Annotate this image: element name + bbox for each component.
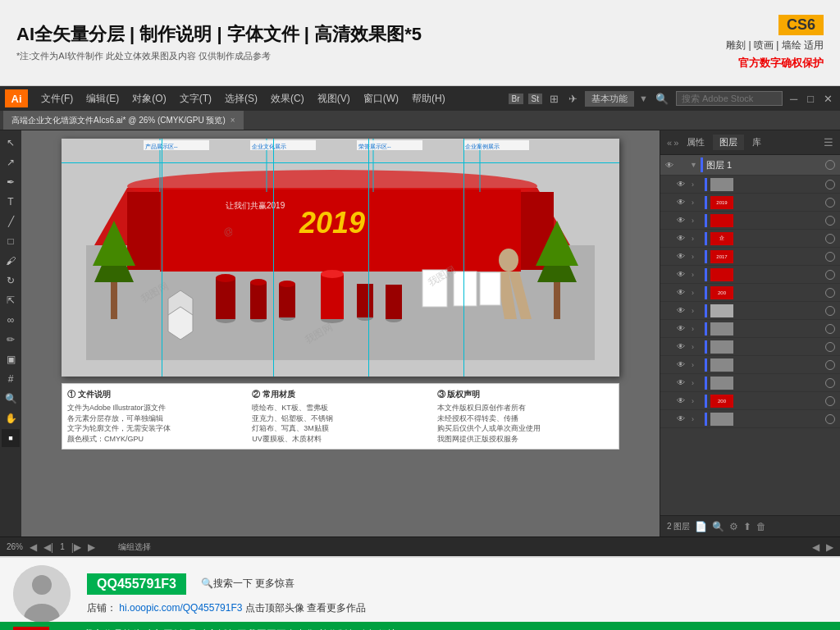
author-avatar[interactable] [13,565,71,623]
minimize-icon[interactable]: ─ [788,93,800,105]
mesh-tool[interactable]: # [2,370,20,388]
layer-target-circle[interactable] [825,216,835,226]
menu-view[interactable]: 视图(V) [311,90,357,107]
layer-eye-icon[interactable]: 👁 [677,288,688,297]
last-page-icon[interactable]: |▶ [71,541,81,553]
close-tab-button[interactable]: × [231,116,235,125]
store-link[interactable]: hi.ooopic.com/QQ455791F3 [119,602,242,614]
layer-item[interactable]: 👁 › [660,176,840,194]
send-icon[interactable]: ✈ [566,93,580,105]
layer-eye-icon[interactable]: 👁 [677,252,688,261]
line-tool[interactable]: ╱ [2,212,20,231]
layer-item[interactable]: 👁 › [660,374,840,392]
layer-expand-arrow[interactable]: › [692,397,701,405]
layer-target-circle[interactable] [825,306,835,316]
dropdown-arrow-icon[interactable]: ▼ [639,94,648,103]
layer-eye-icon[interactable]: 👁 [677,414,688,423]
layer-target-circle[interactable] [825,180,835,189]
layer-target-circle[interactable] [825,324,835,334]
menu-file[interactable]: 文件(F) [34,90,80,107]
blend-tool[interactable]: ∞ [2,311,20,329]
active-document-tab[interactable]: 高端企业文化墙源文件AIcs6.ai* @ 26% (CMYK/GPU 预览) … [3,111,244,130]
adobe-stock-search[interactable] [676,91,783,106]
layer-eye-icon[interactable]: 👁 [677,234,688,243]
layer-eye-icon[interactable]: 👁 [677,324,688,333]
search-layer-icon[interactable]: 🔍 [712,521,724,532]
layer-item[interactable]: 👁 › 200 [660,284,840,302]
layer-expand-arrow[interactable]: › [692,235,701,243]
first-page-icon[interactable]: ◀| [43,541,53,553]
menu-select[interactable]: 选择(S) [218,90,264,107]
menu-help[interactable]: 帮助(H) [405,90,452,107]
delete-layer-icon[interactable]: 🗑 [756,521,766,532]
library-tab[interactable]: 库 [746,135,768,150]
paintbrush-tool[interactable]: 🖌 [2,252,20,270]
layer-expand-icon[interactable]: ▼ [690,161,697,169]
layer-eye-icon[interactable]: 👁 [677,360,688,369]
layer-expand-arrow[interactable]: › [692,361,701,369]
basic-function-button[interactable]: 基本功能 [585,91,634,107]
bridge-icon[interactable]: Br [509,94,523,104]
layer-expand-arrow[interactable]: › [692,325,701,333]
close-icon[interactable]: ✕ [821,93,835,105]
menu-object[interactable]: 对象(O) [126,90,172,107]
layer-eye-icon[interactable]: 👁 [677,378,688,387]
layer-expand-arrow[interactable]: › [692,415,701,423]
hand-tool[interactable]: ✋ [2,409,20,427]
layer-target-circle[interactable] [825,378,835,388]
layer-item[interactable]: 👁 › [660,212,840,230]
layer-item[interactable]: 👁 › [660,356,840,374]
gradient-tool[interactable]: ▣ [2,350,20,368]
new-layer-icon[interactable]: 📄 [695,521,707,532]
layer-target-circle[interactable] [825,198,835,208]
eyedropper-tool[interactable]: ✏ [2,331,20,349]
layer-eye-icon[interactable]: 👁 [677,216,688,225]
layer-target-circle[interactable] [825,288,835,298]
scale-tool[interactable]: ⇱ [2,291,20,309]
layer-item[interactable]: 👁 › [660,410,840,428]
layer-eye-icon[interactable]: 👁 [677,270,688,279]
layer-eye-icon[interactable]: 👁 [677,180,688,189]
layer-target-circle[interactable] [825,252,835,262]
direct-selection-tool[interactable]: ↗ [2,153,20,171]
selection-tool[interactable]: ↖ [2,134,20,152]
layers-tab[interactable]: 图层 [713,135,744,150]
layer-expand-arrow[interactable]: › [692,199,701,207]
layer-target-circle[interactable] [825,234,835,244]
status-arrow-left[interactable]: ◀ [812,541,819,553]
layer-target-circle[interactable] [825,414,835,424]
layer-expand-arrow[interactable]: › [692,307,701,315]
layer-expand-arrow[interactable]: › [692,379,701,387]
menu-edit[interactable]: 编辑(E) [80,90,126,107]
fill-color[interactable]: ■ [2,429,20,447]
pen-tool[interactable]: ✒ [2,173,20,191]
layer-item[interactable]: 👁 › [660,338,840,356]
layer-visibility-icon[interactable]: 👁 [665,161,677,170]
layer-eye-icon[interactable]: 👁 [677,342,688,351]
menu-text[interactable]: 文字(T) [173,90,218,107]
next-page-icon[interactable]: ▶ [88,541,95,553]
rectangle-tool[interactable]: □ [2,232,20,250]
stock-icon[interactable]: St [528,94,542,104]
layer-item[interactable]: 👁 › 200 [660,392,840,410]
expand-icon[interactable]: » [673,138,678,148]
layer-eye-icon[interactable]: 👁 [677,306,688,315]
layer-expand-arrow[interactable]: › [692,217,701,225]
layer-target-circle[interactable] [825,396,835,406]
layer-item[interactable]: 👁 › 企 [660,230,840,248]
layer-expand-arrow[interactable]: › [692,271,701,279]
type-tool[interactable]: T [2,193,20,211]
search-promo-text[interactable]: 🔍搜索一下 更多惊喜 [201,577,294,591]
layer-expand-arrow[interactable]: › [692,289,701,297]
layer-eye-icon[interactable]: 👁 [677,198,688,207]
layer-item[interactable]: 👁 › [660,302,840,320]
layer-target-circle[interactable] [825,270,835,280]
maximize-icon[interactable]: □ [805,93,816,105]
rotate-tool[interactable]: ↻ [2,272,20,290]
panel-menu-icon[interactable]: ☰ [824,136,833,148]
properties-tab[interactable]: 属性 [680,135,711,150]
layer-expand-arrow[interactable]: › [692,180,701,189]
layer-expand-arrow[interactable]: › [692,343,701,351]
grid-icon[interactable]: ⊞ [547,93,561,105]
layer-eye-icon[interactable]: 👁 [677,396,688,405]
